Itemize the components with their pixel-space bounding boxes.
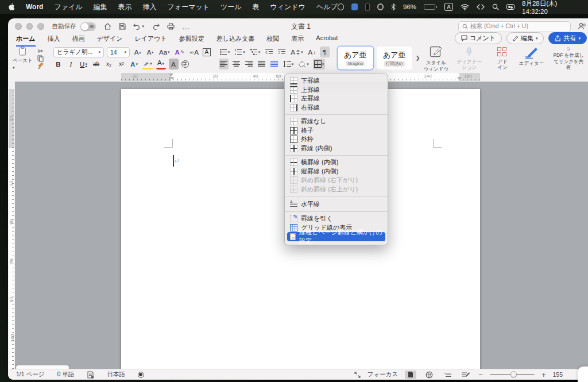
cut-button[interactable]: ✂	[36, 47, 45, 55]
wifi-icon[interactable]	[461, 4, 469, 10]
menubar-item-tools[interactable]: ツール	[220, 2, 242, 12]
right-indent-marker[interactable]	[457, 77, 462, 80]
character-scaling-button[interactable]: A▾	[289, 47, 304, 57]
create-pdf-share-link-button[interactable]: PDF を作成し てリンクを共有	[552, 45, 585, 71]
language-indicator[interactable]: 日本語	[107, 371, 125, 379]
increase-indent-button[interactable]	[277, 47, 287, 57]
tab-design[interactable]: デザイン	[97, 34, 123, 45]
menubar-clock[interactable]: 8月28日(木) 14:32:20	[522, 0, 580, 15]
menu-item-inside-horizontal-border[interactable]: 横罫線 (内側)	[285, 158, 388, 167]
dictation-button[interactable]: ディクテーション	[457, 45, 482, 71]
menu-item-inside-borders[interactable]: 罫線 (内側)	[285, 144, 388, 153]
undo-button[interactable]: ▾	[133, 23, 145, 30]
print-icon[interactable]	[167, 23, 175, 30]
share-button[interactable]: 共有 ▾	[548, 32, 587, 44]
bluetooth-icon[interactable]	[391, 3, 396, 10]
change-case-button[interactable]: Aa▾	[158, 47, 171, 57]
web-layout-view-button[interactable]	[423, 371, 435, 379]
highlight-color-button[interactable]: ▾	[142, 59, 153, 70]
align-left-button[interactable]	[219, 59, 229, 70]
font-name-combo[interactable]: ヒラギノ明...▾	[53, 47, 104, 57]
focus-expand-icon[interactable]	[354, 372, 361, 378]
menubar-item-help[interactable]: ヘルプ	[316, 2, 338, 12]
draft-view-button[interactable]	[460, 371, 471, 379]
zoom-percent[interactable]: 155	[552, 371, 563, 378]
paste-button[interactable]: ペースト ▾	[13, 47, 33, 70]
format-painter-button[interactable]	[36, 62, 45, 69]
first-line-indent-marker[interactable]	[169, 74, 173, 76]
menu-item-outside-borders[interactable]: 外枠	[285, 135, 388, 144]
more-options-icon[interactable]: …	[182, 22, 190, 31]
status-clock-icon[interactable]	[338, 3, 344, 10]
menu-item-left-border[interactable]: 左罫線	[285, 94, 388, 103]
page-count[interactable]: 1/1 ページ	[16, 371, 45, 379]
close-window-button[interactable]	[15, 23, 22, 30]
input-source-icon[interactable]: A	[444, 3, 453, 11]
sort-button[interactable]: A↓	[307, 47, 317, 57]
strikethrough-button[interactable]: ab	[91, 59, 101, 70]
menubar-item-window[interactable]: ウィンドウ	[270, 2, 305, 12]
style-hiragino[interactable]: あア亜 hiragino	[338, 47, 373, 70]
styles-gallery-more-icon[interactable]: ❯	[416, 55, 420, 61]
comments-button[interactable]: コメント	[455, 32, 502, 44]
status-cloud-icon[interactable]	[351, 3, 358, 10]
brackets-icon[interactable]	[477, 4, 485, 10]
multilevel-list-button[interactable]: ▾	[249, 47, 262, 57]
presence-share-icon[interactable]	[578, 22, 586, 30]
style-line-tight[interactable]: あア亜 行間詰め	[377, 47, 412, 70]
borders-button[interactable]: ▾	[313, 59, 326, 70]
zoom-window-button[interactable]	[37, 23, 44, 30]
menubar-app-name[interactable]: Word	[26, 3, 43, 11]
record-status-icon[interactable]	[138, 372, 144, 378]
search-input[interactable]: 検索 (Cmd + Ctrl + U)	[458, 21, 571, 32]
text-effects-button[interactable]: A✎	[174, 47, 186, 57]
superscript-button[interactable]: x²	[117, 59, 126, 70]
zoom-out-button[interactable]: −	[478, 371, 483, 379]
tab-mailings[interactable]: 差し込み文書	[216, 34, 255, 45]
bullets-button[interactable]: ▾	[219, 47, 231, 57]
menu-item-borders-and-shading-settings[interactable]: 線種とページ罫線と網かけの設定...	[287, 232, 385, 241]
zoom-in-button[interactable]: +	[541, 371, 546, 379]
enclose-characters-button[interactable]: 字	[181, 60, 189, 68]
left-indent-marker[interactable]	[169, 77, 173, 79]
menu-item-bottom-border[interactable]: 下罫線	[285, 76, 388, 86]
text-effects-gallery-button[interactable]: A▾	[129, 59, 139, 70]
zoom-slider-thumb[interactable]	[510, 371, 517, 377]
tab-review[interactable]: 校閲	[266, 34, 279, 45]
tab-layout[interactable]: レイアウト	[135, 34, 167, 45]
shading-button[interactable]: ▾	[297, 59, 310, 70]
menu-item-draw-border[interactable]: 罫線を引く	[285, 214, 388, 223]
show-formatting-marks-button[interactable]: ¶	[320, 47, 330, 57]
numbering-button[interactable]: ▾	[234, 47, 246, 57]
autosave-toggle[interactable]	[80, 22, 96, 31]
phonetic-guide-button[interactable]: abA	[188, 47, 199, 57]
editor-button[interactable]: エディター	[519, 45, 544, 71]
menubar-item-format[interactable]: フォーマット	[168, 2, 210, 12]
menu-item-inside-vertical-border[interactable]: 縦罫線 (内側)	[285, 167, 388, 176]
tab-view[interactable]: 表示	[291, 34, 304, 45]
redo-button[interactable]	[152, 23, 160, 30]
menubar-item-table[interactable]: 表	[253, 2, 260, 12]
style-window-button[interactable]: スタイル ウィンドウ	[423, 44, 448, 72]
menubar-item-view[interactable]: 表示	[118, 2, 132, 12]
tab-home[interactable]: ホーム	[16, 34, 36, 47]
addins-button[interactable]: アド イン	[490, 45, 515, 71]
save-icon[interactable]	[119, 23, 126, 30]
zoom-slider[interactable]	[490, 374, 535, 376]
justify-button[interactable]	[257, 59, 266, 70]
font-size-combo[interactable]: 14▾	[107, 47, 130, 57]
menu-item-no-border[interactable]: 罫線なし	[285, 117, 388, 126]
menu-item-right-border[interactable]: 右罫線	[285, 103, 388, 113]
tab-draw[interactable]: 描画	[72, 34, 85, 45]
minimize-window-button[interactable]	[26, 23, 33, 30]
menu-item-top-border[interactable]: 上罫線	[285, 86, 388, 95]
align-center-button[interactable]	[231, 59, 241, 70]
menubar-item-edit[interactable]: 編集	[94, 2, 107, 12]
copy-button[interactable]	[36, 55, 45, 62]
grow-font-button[interactable]: A▴	[133, 47, 142, 57]
tab-references[interactable]: 参照設定	[179, 34, 204, 45]
distribute-text-button[interactable]	[269, 59, 279, 70]
focus-mode-label[interactable]: フォーカス	[368, 371, 398, 379]
align-right-button[interactable]	[244, 59, 254, 70]
print-layout-view-button[interactable]	[405, 371, 416, 379]
